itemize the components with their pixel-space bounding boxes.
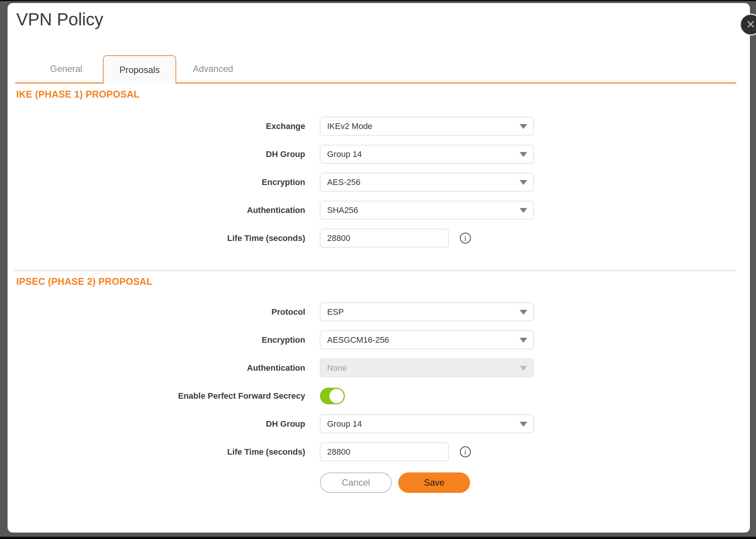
tab-label: Proposals bbox=[120, 65, 160, 75]
dropdown-value: Group 14 bbox=[327, 419, 362, 429]
chevron-down-icon bbox=[520, 338, 527, 343]
field-control: IKEv2 Mode bbox=[320, 117, 534, 135]
tab-advanced[interactable]: Advanced bbox=[176, 55, 250, 82]
exchange-dropdown[interactable]: IKEv2 Mode bbox=[320, 117, 534, 135]
dropdown-value: AES-256 bbox=[327, 177, 360, 187]
field-label: Exchange bbox=[8, 121, 305, 131]
field-label: Enable Perfect Forward Secrecy bbox=[8, 391, 305, 401]
field-control: None bbox=[320, 359, 534, 377]
field-label: Encryption bbox=[8, 335, 305, 345]
field-row-protocol: ProtocolESP bbox=[8, 303, 750, 321]
authentication-dropdown[interactable]: SHA256 bbox=[320, 201, 534, 219]
field-control: Group 14 bbox=[320, 415, 534, 433]
footer-actions: Cancel Save bbox=[320, 472, 750, 493]
save-button[interactable]: Save bbox=[398, 472, 470, 493]
field-label: DH Group bbox=[8, 149, 305, 159]
field-row-enable-perfect-forward-secrecy: Enable Perfect Forward Secrecy bbox=[8, 387, 750, 405]
tab-label: General bbox=[50, 64, 82, 74]
field-row-dh-group: DH GroupGroup 14 bbox=[8, 145, 750, 163]
field-control: SHA256 bbox=[320, 201, 534, 219]
field-control: AESGCM16-256 bbox=[320, 331, 534, 349]
field-label: Protocol bbox=[8, 307, 305, 317]
tab-general[interactable]: General bbox=[29, 55, 103, 82]
field-label: Encryption bbox=[8, 177, 305, 187]
field-control: i bbox=[320, 229, 471, 247]
section-heading-ike-phase1: IKE (PHASE 1) PROPOSAL bbox=[16, 84, 750, 100]
field-row-encryption: EncryptionAESGCM16-256 bbox=[8, 331, 750, 349]
field-label: Life Time (seconds) bbox=[8, 233, 305, 243]
field-control: AES-256 bbox=[320, 173, 534, 191]
dropdown-value: None bbox=[327, 363, 347, 373]
field-label: Authentication bbox=[8, 205, 305, 215]
chevron-down-icon bbox=[520, 366, 527, 371]
dh-group-dropdown[interactable]: Group 14 bbox=[320, 415, 534, 433]
field-row-authentication: AuthenticationNone bbox=[8, 359, 750, 377]
info-icon[interactable]: i bbox=[460, 233, 471, 244]
tab-proposals[interactable]: Proposals bbox=[103, 55, 176, 84]
chevron-down-icon bbox=[520, 422, 527, 427]
field-control: ESP bbox=[320, 303, 534, 321]
life-time-seconds-input[interactable] bbox=[320, 229, 449, 247]
chevron-down-icon bbox=[520, 124, 527, 129]
encryption-dropdown[interactable]: AES-256 bbox=[320, 173, 534, 191]
enable-perfect-forward-secrecy-toggle[interactable] bbox=[320, 388, 345, 404]
info-icon[interactable]: i bbox=[460, 446, 471, 457]
dialog-content: IKE (PHASE 1) PROPOSAL ExchangeIKEv2 Mod… bbox=[8, 84, 750, 493]
dropdown-value: IKEv2 Mode bbox=[327, 121, 373, 131]
section-ipsec-phase2: ProtocolESPEncryptionAESGCM16-256Authent… bbox=[8, 303, 750, 461]
field-control: i bbox=[320, 443, 471, 461]
field-row-life-time-seconds: Life Time (seconds)i bbox=[8, 443, 750, 461]
field-row-exchange: ExchangeIKEv2 Mode bbox=[8, 117, 750, 135]
tab-label: Advanced bbox=[193, 64, 233, 74]
chevron-down-icon bbox=[520, 180, 527, 185]
chevron-down-icon bbox=[520, 208, 527, 213]
authentication-dropdown: None bbox=[320, 359, 534, 377]
field-row-encryption: EncryptionAES-256 bbox=[8, 173, 750, 191]
section-heading-ipsec-phase2: IPSEC (PHASE 2) PROPOSAL bbox=[16, 271, 750, 287]
encryption-dropdown[interactable]: AESGCM16-256 bbox=[320, 331, 534, 349]
field-control bbox=[320, 388, 345, 404]
dh-group-dropdown[interactable]: Group 14 bbox=[320, 145, 534, 163]
dropdown-value: SHA256 bbox=[327, 205, 358, 215]
cancel-button[interactable]: Cancel bbox=[320, 472, 392, 493]
section-ike-phase1: ExchangeIKEv2 ModeDH GroupGroup 14Encryp… bbox=[8, 117, 750, 247]
field-label: Life Time (seconds) bbox=[8, 447, 305, 457]
field-row-authentication: AuthenticationSHA256 bbox=[8, 201, 750, 219]
protocol-dropdown[interactable]: ESP bbox=[320, 303, 534, 321]
life-time-seconds-input[interactable] bbox=[320, 443, 449, 461]
tab-bar: GeneralProposalsAdvanced bbox=[15, 55, 736, 84]
chevron-down-icon bbox=[520, 310, 527, 315]
dropdown-value: ESP bbox=[327, 307, 344, 317]
page-title: VPN Policy bbox=[16, 9, 103, 30]
field-control: Group 14 bbox=[320, 145, 534, 163]
toggle-knob bbox=[329, 389, 344, 403]
tabs: GeneralProposalsAdvanced bbox=[29, 55, 250, 84]
field-row-dh-group: DH GroupGroup 14 bbox=[8, 415, 750, 433]
dropdown-value: Group 14 bbox=[327, 149, 362, 159]
field-row-life-time-seconds: Life Time (seconds)i bbox=[8, 229, 750, 247]
close-icon: ✕ bbox=[746, 19, 755, 30]
dropdown-value: AESGCM16-256 bbox=[327, 335, 389, 345]
chevron-down-icon bbox=[520, 152, 527, 157]
field-label: Authentication bbox=[8, 363, 305, 373]
vpn-policy-dialog: VPN Policy GeneralProposalsAdvanced IKE … bbox=[8, 3, 750, 533]
field-label: DH Group bbox=[8, 419, 305, 429]
